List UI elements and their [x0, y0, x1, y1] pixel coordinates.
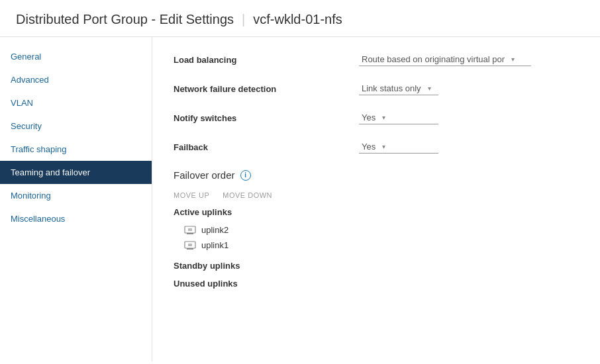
sidebar-item-vlan[interactable]: VLAN — [0, 91, 152, 114]
uplink2-item[interactable]: uplink2 — [179, 222, 579, 238]
failback-chevron: ▾ — [382, 143, 385, 150]
sidebar: GeneralAdvancedVLANSecurityTraffic shapi… — [0, 37, 152, 361]
active-uplinks-title: Active uplinks — [174, 207, 579, 217]
sidebar-item-monitoring[interactable]: Monitoring — [0, 184, 152, 207]
failback-value: Yes ▾ — [359, 140, 579, 154]
svg-rect-2 — [188, 228, 192, 231]
failback-label: Failback — [174, 142, 359, 152]
sidebar-item-advanced[interactable]: Advanced — [0, 68, 152, 91]
failback-text: Yes — [362, 142, 375, 152]
load-balancing-text: Route based on originating virtual por — [362, 54, 505, 64]
move-up-button[interactable]: MOVE UP — [174, 191, 209, 199]
notify-switches-text: Yes — [362, 113, 375, 122]
uplink2-icon — [184, 226, 196, 235]
network-failure-detection-chevron: ▾ — [428, 85, 431, 92]
sidebar-item-miscellaneous[interactable]: Miscellaneous — [0, 207, 152, 230]
load-balancing-dropdown[interactable]: Route based on originating virtual por ▾ — [359, 53, 531, 66]
move-down-button[interactable]: MOVE DOWN — [223, 191, 272, 199]
sidebar-item-security[interactable]: Security — [0, 114, 152, 138]
network-failure-detection-value: Link status only ▾ — [359, 82, 579, 95]
network-failure-detection-row: Network failure detection Link status on… — [174, 82, 579, 95]
svg-rect-5 — [188, 244, 192, 246]
failback-dropdown[interactable]: Yes ▾ — [359, 140, 438, 154]
notify-switches-row: Notify switches Yes ▾ — [174, 111, 579, 124]
move-controls: MOVE UP MOVE DOWN — [174, 191, 579, 199]
load-balancing-value: Route based on originating virtual por ▾ — [359, 53, 579, 66]
load-balancing-label: Load balancing — [174, 55, 359, 65]
load-balancing-chevron: ▾ — [511, 56, 515, 63]
uplink1-icon — [184, 241, 196, 250]
notify-switches-chevron: ▾ — [382, 114, 385, 121]
load-balancing-row: Load balancing Route based on originatin… — [174, 53, 579, 66]
network-failure-detection-label: Network failure detection — [174, 84, 359, 94]
network-failure-detection-dropdown[interactable]: Link status only ▾ — [359, 82, 438, 95]
unused-uplinks-title: Unused uplinks — [174, 279, 579, 289]
uplink1-item[interactable]: uplink1 — [179, 238, 579, 253]
unused-uplinks-section: Unused uplinks — [174, 279, 579, 289]
notify-switches-value: Yes ▾ — [359, 111, 579, 124]
active-uplinks-section: Active uplinks uplink2 — [174, 207, 579, 253]
standby-uplinks-section: Standby uplinks — [174, 261, 579, 271]
sidebar-item-teaming-failover[interactable]: Teaming and failover — [0, 161, 152, 184]
svg-rect-4 — [187, 248, 193, 250]
sidebar-item-traffic-shaping[interactable]: Traffic shaping — [0, 138, 152, 161]
network-failure-detection-text: Link status only — [362, 83, 421, 93]
notify-switches-dropdown[interactable]: Yes ▾ — [359, 111, 438, 124]
content-area: Load balancing Route based on originatin… — [152, 37, 600, 361]
header-divider: | — [242, 12, 245, 27]
uplink2-label: uplink2 — [201, 225, 228, 235]
page-header: Distributed Port Group - Edit Settings |… — [0, 0, 600, 37]
failback-row: Failback Yes ▾ — [174, 140, 579, 154]
failover-order-section: Failover order i MOVE UP MOVE DOWN Activ… — [174, 169, 579, 289]
header-title: Distributed Port Group - Edit Settings — [16, 12, 234, 27]
svg-rect-1 — [187, 233, 193, 234]
sidebar-item-general[interactable]: General — [0, 45, 152, 68]
notify-switches-label: Notify switches — [174, 113, 359, 123]
uplink1-label: uplink1 — [201, 240, 228, 250]
failover-order-title: Failover order i — [174, 169, 579, 181]
main-layout: GeneralAdvancedVLANSecurityTraffic shapi… — [0, 37, 600, 361]
standby-uplinks-title: Standby uplinks — [174, 261, 579, 271]
failover-order-info-icon[interactable]: i — [240, 170, 251, 181]
header-subtitle: vcf-wkld-01-nfs — [253, 12, 342, 27]
